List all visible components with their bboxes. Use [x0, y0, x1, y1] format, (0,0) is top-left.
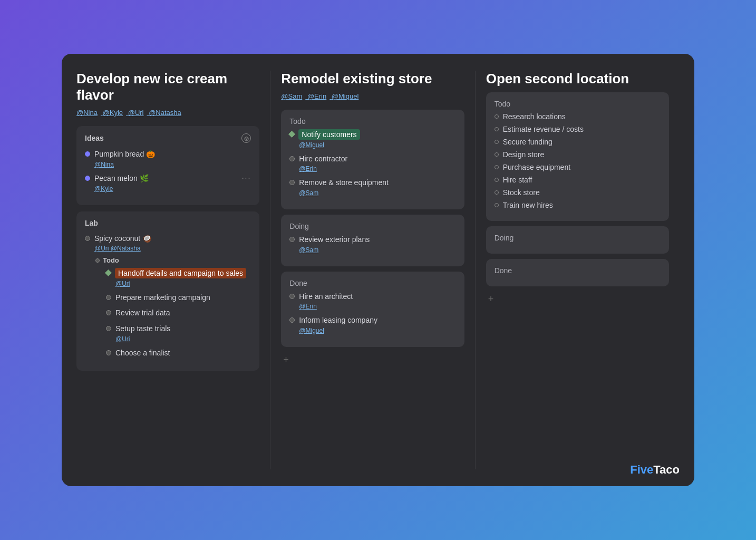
lab-section: Lab Spicy coconut 🥥 @Uri @Natasha Todo: [76, 211, 259, 371]
col1-title: Develop new ice cream flavor: [76, 71, 259, 103]
todo-bullet: [495, 165, 499, 169]
task-bullet: [85, 151, 90, 157]
todo-research: Research locations: [495, 112, 661, 121]
col3-todo-section: Todo Research locations Estimate revenue…: [486, 92, 669, 221]
member-erin[interactable]: @Erin: [307, 92, 326, 100]
nested-todo-label: Todo: [95, 256, 251, 264]
more-dots[interactable]: ···: [242, 173, 251, 182]
col2-members[interactable]: @Sam @Erin @Miguel: [281, 92, 464, 100]
col3-done-section: Done: [486, 259, 669, 286]
task-pumpkin: Pumpkin bread 🎃 @Nina: [85, 149, 251, 168]
task-bullet: [289, 180, 295, 185]
task-text-handoff: Handoff details and campaign to sales: [115, 268, 246, 279]
branding: FiveTaco: [630, 463, 680, 477]
nested-todo: Todo Handoff details and campaign to sal…: [95, 256, 251, 358]
task-text-contractor: Hire contractor: [299, 154, 347, 165]
task-marketing: Prepare marketing campaign: [106, 293, 251, 303]
todo-bullet: [495, 190, 499, 195]
todo-hire-staff: Hire staff: [495, 176, 661, 184]
task-bullet: [106, 310, 111, 315]
ideas-icon[interactable]: ◎: [241, 133, 251, 143]
task-bullet: [289, 156, 295, 161]
task-exterior: Review exterior plans @Sam: [289, 235, 455, 254]
nested-bullet: [95, 258, 100, 263]
todo-bullet: [495, 127, 499, 131]
task-text-trial: Review trial data: [115, 308, 170, 319]
task-bullet: [106, 295, 111, 300]
col2-doing-title: Doing: [289, 222, 455, 230]
col2-todo-title: Todo: [289, 117, 455, 126]
assignee-uri3[interactable]: @Uri: [115, 335, 251, 343]
task-bullet-diamond: [105, 269, 112, 276]
task-bullet: [85, 236, 90, 241]
column-location: Open second location Todo Research locat…: [476, 71, 680, 469]
task-bullet: [106, 326, 111, 331]
assignee-nina[interactable]: @Nina: [94, 161, 251, 168]
task-pecan: Pecan melon 🌿 ··· @Kyle: [85, 173, 251, 192]
col3-title: Open second location: [486, 71, 669, 87]
todo-text-hire-staff: Hire staff: [503, 176, 532, 184]
task-bullet: [289, 237, 295, 242]
todo-text-train: Train new hires: [503, 201, 553, 209]
member-natasha[interactable]: @Natasha: [149, 109, 181, 117]
task-text-coconut: Spicy coconut 🥥: [94, 234, 151, 244]
task-spicy-coconut: Spicy coconut 🥥 @Uri @Natasha Todo: [85, 234, 251, 359]
col3-done-title: Done: [495, 266, 661, 275]
assignee-sam2[interactable]: @Sam: [299, 246, 455, 254]
ideas-title: Ideas ◎: [85, 133, 251, 143]
todo-bullet: [495, 152, 499, 157]
ideas-section: Ideas ◎ Pumpkin bread 🎃 @Nina Pecan melo…: [76, 126, 259, 205]
todo-train: Train new hires: [495, 201, 661, 209]
todo-bullet: [495, 114, 499, 119]
assignee-miguel[interactable]: @Miguel: [299, 141, 455, 149]
task-leasing: Inform leasing company @Miguel: [289, 315, 455, 334]
member-sam[interactable]: @Sam: [281, 92, 302, 100]
col2-done-title: Done: [289, 279, 455, 287]
assignee-erin[interactable]: @Erin: [299, 165, 455, 172]
assignee-kyle[interactable]: @Kyle: [94, 185, 251, 192]
task-text-finalist: Choose a finalist: [115, 348, 170, 359]
task-text-pecan: Pecan melon 🌿: [94, 173, 149, 184]
task-bullet: [289, 294, 295, 299]
assignee-erin2[interactable]: @Erin: [299, 303, 455, 310]
task-equipment: Remove & store equipment @Sam: [289, 178, 455, 197]
col2-title: Remodel existing store: [281, 71, 464, 87]
todo-stock: Stock store: [495, 188, 661, 197]
col3-doing-title: Doing: [495, 234, 661, 242]
member-nina[interactable]: @Nina: [76, 109, 98, 117]
col3-todo-title: Todo: [495, 100, 661, 108]
member-uri[interactable]: @Uri: [128, 109, 144, 117]
todo-text-research: Research locations: [503, 112, 566, 121]
member-miguel[interactable]: @Miguel: [332, 92, 359, 100]
task-architect: Hire an architect @Erin: [289, 292, 455, 311]
column-remodel: Remodel existing store @Sam @Erin @Migue…: [270, 71, 475, 469]
board-container: Develop new ice cream flavor @Nina @Kyle…: [62, 54, 694, 486]
todo-text-design: Design store: [503, 150, 545, 159]
assignee-sam[interactable]: @Sam: [299, 189, 455, 197]
todo-text-revenue: Estimate revenue / costs: [503, 125, 584, 133]
col3-plus-button[interactable]: +: [486, 292, 496, 307]
column-ice-cream: Develop new ice cream flavor @Nina @Kyle…: [76, 71, 270, 469]
todo-bullet: [495, 140, 499, 144]
task-contractor: Hire contractor @Erin: [289, 154, 455, 173]
task-bullet: [289, 317, 295, 323]
member-kyle[interactable]: @Kyle: [103, 109, 123, 117]
todo-design: Design store: [495, 150, 661, 159]
col2-done-section: Done Hire an architect @Erin Inform leas…: [281, 272, 464, 347]
task-text-notify: Notify customers: [298, 130, 360, 140]
assignee-uri2[interactable]: @Uri: [115, 280, 251, 287]
todo-text-stock: Stock store: [503, 188, 540, 197]
task-trial: Review trial data: [106, 308, 251, 319]
task-notify: Notify customers @Miguel: [289, 130, 455, 149]
col1-members[interactable]: @Nina @Kyle @Uri @Natasha: [76, 109, 259, 117]
assignee-miguel2[interactable]: @Miguel: [299, 327, 455, 334]
task-finalist: Choose a finalist: [106, 348, 251, 359]
col2-plus-button[interactable]: +: [281, 352, 291, 368]
task-taste: Setup taste trials @Uri: [106, 324, 251, 343]
task-text-exterior: Review exterior plans: [299, 235, 370, 245]
lab-title: Lab: [85, 219, 251, 227]
task-text-marketing: Prepare marketing campaign: [115, 293, 210, 303]
todo-funding: Secure funding: [495, 138, 661, 146]
task-text-leasing: Inform leasing company: [299, 315, 377, 326]
assignees-uri-natasha[interactable]: @Uri @Natasha: [94, 245, 251, 252]
